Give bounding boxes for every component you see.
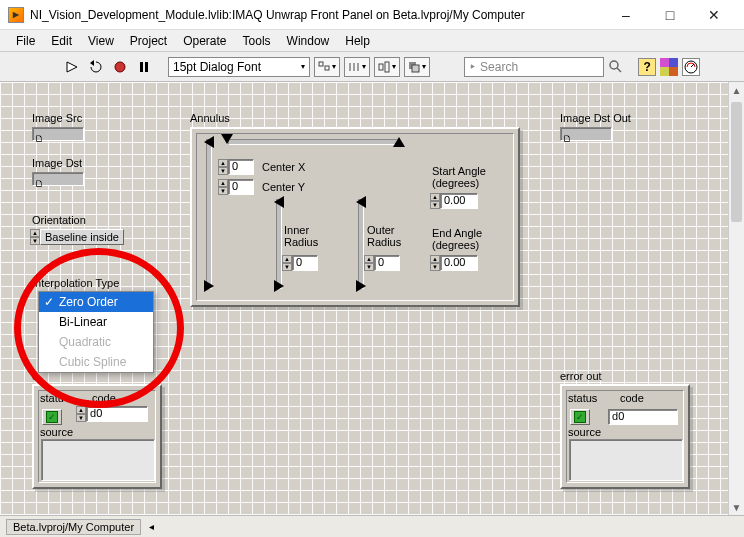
error-in-source[interactable]	[41, 439, 155, 481]
scroll-thumb-v[interactable]	[731, 102, 742, 222]
error-in-code-val: 0	[96, 407, 102, 419]
vertical-scrollbar[interactable]: ▲ ▼	[728, 82, 744, 515]
center-slider-h[interactable]	[218, 137, 408, 155]
menu-project[interactable]: Project	[122, 31, 175, 51]
start-angle-value[interactable]: 0.00	[440, 193, 478, 209]
maximize-button[interactable]: □	[648, 1, 692, 29]
menu-tools[interactable]: Tools	[235, 31, 279, 51]
center-x-value[interactable]: 0	[228, 159, 254, 175]
run-button[interactable]	[62, 57, 82, 77]
error-in-status-label: statu	[40, 392, 64, 404]
svg-rect-12	[385, 62, 389, 72]
search-placeholder: Search	[480, 60, 518, 74]
scroll-down-icon[interactable]: ▼	[729, 499, 744, 515]
scroll-up-icon[interactable]: ▲	[729, 82, 744, 98]
labview-app-icon	[8, 7, 24, 23]
end-angle-control[interactable]: ▲▼ 0.00	[430, 255, 478, 271]
outer-radius-control[interactable]: ▲▼ 0	[364, 255, 400, 271]
pause-button[interactable]	[134, 57, 154, 77]
search-icon[interactable]	[608, 59, 624, 75]
error-in-code-label: code	[92, 392, 116, 404]
error-in-source-label: source	[40, 426, 73, 438]
toolbar: 15pt Dialog Font▾ ‣ Search ?	[0, 52, 744, 82]
distribute-dropdown[interactable]	[344, 57, 370, 77]
orientation-label: Orientation	[32, 214, 86, 226]
start-angle-control[interactable]: ▲▼ 0.00	[430, 193, 478, 209]
error-out-status-led: ✓	[570, 406, 590, 425]
interp-opt-quadratic: Quadratic	[39, 332, 153, 352]
end-angle-value[interactable]: 0.00	[440, 255, 478, 271]
error-out-code-label: code	[620, 392, 644, 404]
ring-spinner[interactable]: ▲▼	[30, 229, 40, 245]
interp-opt-zero-order[interactable]: Zero Order	[39, 292, 153, 312]
end-angle-label: End Angle(degrees)	[432, 227, 502, 251]
menu-view[interactable]: View	[80, 31, 122, 51]
error-out-code: d0	[608, 406, 678, 425]
image-src-control[interactable]: 🗋	[32, 127, 84, 141]
svg-marker-1	[67, 62, 77, 72]
file-icon: 🗋	[561, 134, 572, 144]
svg-point-3	[115, 62, 125, 72]
inner-radius-slider[interactable]	[270, 199, 288, 289]
start-angle-label: Start Angle(degrees)	[432, 165, 502, 189]
minimize-button[interactable]: –	[604, 1, 648, 29]
vi-icon[interactable]	[682, 58, 700, 76]
menu-window[interactable]: Window	[279, 31, 338, 51]
inner-radius-value[interactable]: 0	[292, 255, 318, 271]
outer-radius-value[interactable]: 0	[374, 255, 400, 271]
menu-operate[interactable]: Operate	[175, 31, 234, 51]
tab-nav-left-icon[interactable]: ◂	[149, 521, 154, 532]
status-bar: Beta.lvproj/My Computer ◂	[0, 515, 744, 537]
orientation-value[interactable]: Baseline inside	[40, 229, 124, 245]
error-in-code[interactable]: ▲▼ d0	[76, 406, 148, 422]
svg-line-16	[617, 68, 621, 72]
resize-dropdown[interactable]	[374, 57, 400, 77]
svg-rect-14	[412, 65, 419, 72]
menu-bar: File Edit View Project Operate Tools Win…	[0, 30, 744, 52]
error-out-source	[569, 439, 683, 481]
error-out-code-val: 0	[618, 410, 624, 422]
error-in-cluster: statu code ✓ ▲▼ d0 source	[32, 384, 162, 489]
run-continuous-button[interactable]	[86, 57, 106, 77]
project-tab[interactable]: Beta.lvproj/My Computer	[6, 519, 141, 535]
error-in-status-led[interactable]: ✓	[42, 406, 62, 425]
annulus-cluster: ▲▼ 0 Center X ▲▼ 0 Center Y InnerRadius …	[190, 127, 520, 307]
connector-pane-icon[interactable]	[660, 58, 678, 76]
image-dst-label: Image Dst	[32, 157, 82, 169]
font-selector[interactable]: 15pt Dialog Font▾	[168, 57, 310, 77]
image-src-label: Image Src	[32, 112, 82, 124]
search-input[interactable]: ‣ Search	[464, 57, 604, 77]
error-out-status-label: status	[568, 392, 597, 404]
orientation-ring[interactable]: ▲▼ Baseline inside	[30, 229, 124, 245]
error-out-cluster: status code ✓ d0 source	[560, 384, 690, 489]
interpolation-popup[interactable]: Zero Order Bi-Linear Quadratic Cubic Spl…	[38, 291, 154, 373]
font-label: 15pt Dialog Font	[173, 60, 261, 74]
center-y-value[interactable]: 0	[228, 179, 254, 195]
svg-rect-7	[325, 66, 329, 70]
outer-radius-slider[interactable]	[352, 199, 370, 289]
menu-edit[interactable]: Edit	[43, 31, 80, 51]
reorder-dropdown[interactable]	[404, 57, 430, 77]
abort-button[interactable]	[110, 57, 130, 77]
center-x-label: Center X	[262, 161, 305, 173]
file-icon: 🗋	[33, 179, 44, 189]
svg-point-15	[610, 61, 618, 69]
menu-file[interactable]: File	[8, 31, 43, 51]
menu-help[interactable]: Help	[337, 31, 378, 51]
front-panel-canvas[interactable]: Image Src 🗋 Image Dst 🗋 Image Dst Out 🗋 …	[0, 82, 744, 515]
center-x-control[interactable]: ▲▼ 0 Center X	[218, 159, 305, 175]
error-out-label: error out	[560, 370, 602, 382]
inner-radius-label: InnerRadius	[284, 224, 324, 248]
image-dst-control[interactable]: 🗋	[32, 172, 84, 186]
interpolation-label: Interpolation Type	[32, 277, 119, 289]
help-button[interactable]: ?	[638, 58, 656, 76]
outer-radius-label: OuterRadius	[367, 224, 407, 248]
inner-radius-control[interactable]: ▲▼ 0	[282, 255, 318, 271]
interp-opt-bilinear[interactable]: Bi-Linear	[39, 312, 153, 332]
center-y-control[interactable]: ▲▼ 0 Center Y	[218, 179, 305, 195]
file-icon: 🗋	[33, 134, 44, 144]
align-dropdown[interactable]	[314, 57, 340, 77]
center-slider-v[interactable]	[200, 139, 218, 289]
close-button[interactable]: ✕	[692, 1, 736, 29]
window-title: NI_Vision_Development_Module.lvlib:IMAQ …	[30, 8, 604, 22]
